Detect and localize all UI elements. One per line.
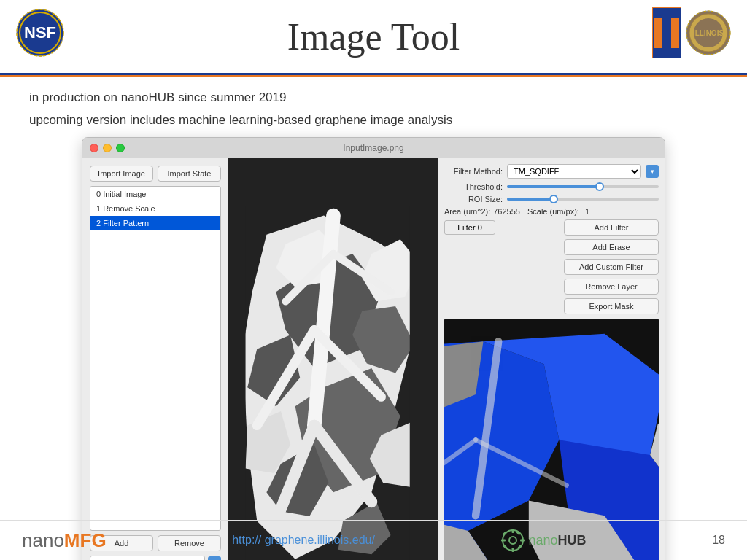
filter-badge-row: Filter 0 Add Filter: [444, 219, 659, 236]
threshold-row: Threshold:: [444, 182, 659, 191]
roi-thumb[interactable]: [549, 195, 558, 203]
center-image-area: [228, 158, 438, 560]
main-image-svg: [228, 158, 438, 560]
filter-method-label: Filter Method:: [444, 167, 503, 176]
threshold-slider[interactable]: [507, 185, 659, 188]
right-panel: Filter Method: TM_SQDIFF ▾ Threshold:: [438, 158, 665, 560]
maximize-button[interactable]: [116, 144, 125, 152]
svg-text:NSF: NSF: [24, 23, 56, 42]
add-erase-button[interactable]: Add Erase: [564, 239, 659, 255]
layer-item-0[interactable]: 0 Initial Image: [90, 187, 220, 201]
svg-rect-59: [520, 540, 525, 542]
svg-rect-10: [654, 48, 680, 57]
subtitle-line2: upcoming version includes machine learni…: [29, 110, 718, 130]
area-label: Area (um^2):: [444, 207, 490, 216]
import-state-button[interactable]: Import State: [158, 166, 221, 182]
roi-track: [507, 198, 552, 201]
svg-rect-57: [511, 548, 514, 552]
scale-label: Scale (um/px):: [527, 207, 579, 216]
add-custom-filter-button[interactable]: Add Custom Filter: [564, 259, 659, 275]
window-titlebar: InputImage.png: [82, 138, 665, 158]
svg-text:ILLINOIS: ILLINOIS: [693, 29, 724, 37]
close-button[interactable]: [90, 144, 98, 152]
filter-controls: Filter Method: TM_SQDIFF ▾ Threshold:: [444, 164, 659, 314]
nanohub-logo: nanoHUB: [501, 529, 587, 552]
remove-layer-button[interactable]: Remove Layer: [564, 279, 659, 295]
filter-badge: Filter 0: [444, 220, 495, 235]
svg-rect-56: [511, 529, 514, 533]
footer: nanoMFG http:// graphene.illinois.edu/ n…: [0, 520, 747, 560]
left-panel: Import Image Import State 0 Initial Imag…: [82, 158, 228, 560]
roi-slider-container: [507, 198, 659, 201]
header: NSF Image Tool ILLINOIS: [0, 0, 747, 73]
svg-rect-37: [228, 158, 246, 560]
traffic-lights: [90, 144, 125, 152]
export-mask-button[interactable]: Export Mask: [564, 298, 659, 314]
nanomfg-logo: nanoMFG: [22, 529, 107, 552]
area-row: Area (um^2): 762555 Scale (um/px): 1: [444, 207, 659, 216]
content-area: in production on nanoHUB since summer 20…: [0, 77, 747, 560]
page-title: Image Tool: [287, 15, 460, 58]
layer-item-1[interactable]: 1 Remove Scale: [90, 201, 220, 216]
illinois-logo: ILLINOIS: [652, 7, 732, 58]
filter-method-arrow[interactable]: ▾: [646, 165, 659, 178]
roi-size-row: ROI Size:: [444, 195, 659, 203]
minimize-button[interactable]: [103, 144, 112, 152]
threshold-track: [507, 185, 598, 188]
mfg-text: MFG: [64, 529, 107, 551]
roi-size-label: ROI Size:: [444, 195, 503, 203]
window-title: InputImage.png: [343, 143, 403, 153]
svg-rect-36: [410, 158, 438, 560]
threshold-label: Threshold:: [444, 182, 503, 191]
page-number: 18: [712, 534, 725, 547]
window-body: Import Image Import State 0 Initial Imag…: [82, 158, 665, 560]
layer-list: 0 Initial Image 1 Remove Scale 2 Filter …: [90, 186, 221, 530]
svg-point-55: [509, 537, 516, 544]
scale-value: 1: [585, 207, 589, 216]
add-filter-button[interactable]: Add Filter: [564, 219, 659, 236]
svg-rect-11: [662, 18, 671, 48]
nanohub-text: nanoHUB: [529, 533, 587, 548]
import-image-button[interactable]: Import Image: [90, 166, 153, 182]
import-buttons-row: Import Image Import State: [90, 166, 221, 182]
filter-method-select[interactable]: TM_SQDIFF: [507, 164, 641, 179]
filter-method-row: Filter Method: TM_SQDIFF ▾: [444, 164, 659, 179]
svg-rect-38: [228, 158, 438, 206]
nanohub-icon: [501, 529, 525, 552]
layer-item-2[interactable]: 2 Filter Pattern: [90, 216, 220, 230]
app-window: InputImage.png Import Image Import State…: [82, 137, 665, 560]
footer-url[interactable]: http:// graphene.illinois.edu/: [232, 534, 375, 547]
roi-slider[interactable]: [507, 198, 659, 201]
threshold-thumb[interactable]: [595, 182, 604, 191]
svg-rect-58: [501, 540, 506, 542]
area-value: 762555: [493, 207, 520, 216]
subtitle-line1: in production on nanoHUB since summer 20…: [29, 88, 718, 107]
threshold-slider-container: [507, 185, 659, 188]
nsf-logo: NSF: [15, 7, 66, 58]
svg-rect-9: [654, 9, 680, 18]
